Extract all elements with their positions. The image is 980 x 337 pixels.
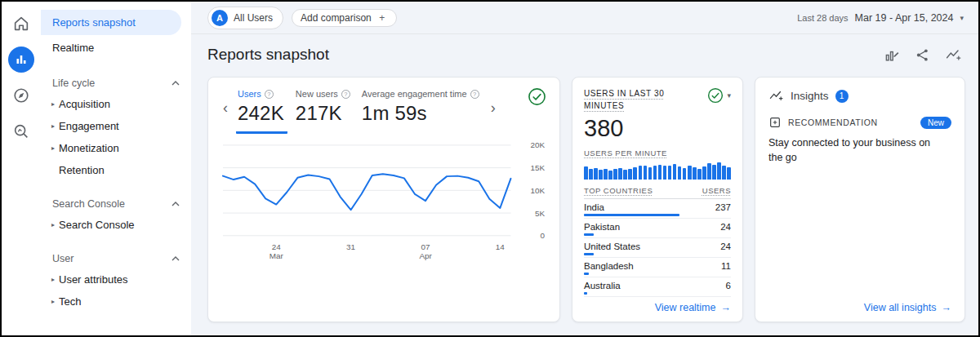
svg-text:15K: 15K bbox=[530, 163, 545, 172]
expand-arrow-icon: ▸ bbox=[47, 276, 59, 283]
view-all-insights-link[interactable]: View all insights → bbox=[864, 302, 951, 313]
date-range-picker[interactable]: Last 28 days Mar 19 - Apr 15, 2024 ▾ bbox=[797, 12, 964, 24]
svg-text:0: 0 bbox=[541, 231, 546, 240]
insights-header: Insights 1 bbox=[768, 89, 951, 103]
table-row[interactable]: Bangladesh 11 bbox=[584, 258, 731, 277]
country-bar-track bbox=[584, 253, 679, 255]
svg-text:Apr: Apr bbox=[419, 251, 432, 260]
svg-text:20K: 20K bbox=[530, 140, 545, 149]
metric-users[interactable]: Users ? 242K bbox=[236, 87, 287, 134]
sidebar: Reports snapshot Realtime Life cycle ▸ A… bbox=[41, 2, 191, 335]
per-minute-bar bbox=[584, 166, 588, 180]
table-header: TOP COUNTRIES USERS bbox=[584, 181, 731, 199]
section-header-life-cycle[interactable]: Life cycle bbox=[41, 73, 191, 93]
insights-icon bbox=[768, 89, 784, 103]
realtime-header: USERS IN LAST 30 MINUTES ▾ bbox=[584, 87, 731, 112]
page-header: Reports snapshot bbox=[191, 34, 978, 77]
view-realtime-link[interactable]: View realtime → bbox=[655, 302, 731, 313]
metrics-next-button[interactable]: › bbox=[489, 100, 497, 115]
data-quality-check-icon[interactable] bbox=[528, 87, 546, 106]
country-name: Bangladesh bbox=[584, 261, 634, 271]
customize-report-button[interactable] bbox=[884, 47, 900, 63]
table-row[interactable]: United States 24 bbox=[584, 238, 731, 258]
per-minute-bar bbox=[702, 166, 706, 180]
insights-count-badge: 1 bbox=[835, 90, 849, 103]
share-button[interactable] bbox=[915, 47, 930, 63]
audience-label: All Users bbox=[234, 12, 273, 24]
all-users-chip[interactable]: A All Users bbox=[207, 7, 283, 29]
sidebar-item-search-console[interactable]: ▸ Search Console bbox=[41, 214, 191, 236]
sidebar-item-monetization[interactable]: ▸ Monetization bbox=[41, 137, 191, 159]
per-minute-bar bbox=[683, 168, 687, 180]
cards-row: ‹ Users ? 242K New users ? 217K bbox=[191, 77, 978, 335]
share-icon bbox=[915, 47, 930, 63]
per-minute-bar bbox=[639, 166, 643, 180]
sidebar-item-retention[interactable]: Retention bbox=[41, 159, 191, 181]
per-minute-bar bbox=[722, 166, 726, 180]
nav-rail bbox=[2, 2, 41, 335]
country-name: United States bbox=[584, 242, 640, 251]
nav-explore-button[interactable] bbox=[2, 80, 41, 111]
help-icon[interactable]: ? bbox=[265, 90, 274, 99]
per-minute-bar bbox=[599, 170, 603, 180]
table-row[interactable]: Australia 6 bbox=[584, 277, 731, 297]
country-users: 11 bbox=[721, 261, 731, 271]
per-minute-bar bbox=[644, 166, 648, 180]
table-row[interactable]: Pakistan 24 bbox=[584, 219, 731, 238]
page-header-actions bbox=[884, 47, 962, 63]
realtime-status-dropdown[interactable]: ▾ bbox=[707, 87, 731, 104]
sidebar-item-tech[interactable]: ▸ Tech bbox=[41, 290, 191, 313]
per-minute-bar bbox=[628, 169, 632, 180]
sidebar-section-search-console: Search Console ▸ Search Console bbox=[41, 194, 191, 236]
metric-value: 242K bbox=[238, 102, 284, 125]
sidebar-item-engagement[interactable]: ▸ Engagement bbox=[41, 115, 191, 137]
sidebar-item-user-attributes[interactable]: ▸ User attributes bbox=[41, 268, 191, 290]
metrics-prev-button[interactable]: ‹ bbox=[221, 100, 229, 115]
section-title: User bbox=[52, 253, 74, 264]
nav-reports-button[interactable] bbox=[2, 44, 41, 75]
sidebar-item-label: Search Console bbox=[59, 219, 135, 231]
sidebar-item-reports-snapshot[interactable]: Reports snapshot bbox=[41, 10, 181, 35]
insights-sparkline-icon bbox=[945, 47, 962, 63]
insights-panel-button[interactable] bbox=[945, 47, 962, 63]
svg-text:5K: 5K bbox=[535, 209, 546, 218]
sidebar-item-label: Reports snapshot bbox=[52, 16, 136, 29]
caret-down-icon: ▾ bbox=[960, 14, 964, 22]
svg-text:10K: 10K bbox=[530, 186, 545, 195]
sidebar-item-realtime[interactable]: Realtime bbox=[41, 35, 191, 60]
country-bar bbox=[584, 292, 587, 295]
country-bar-track bbox=[584, 292, 679, 295]
expand-arrow-icon: ▸ bbox=[47, 100, 59, 108]
section-header-search-console[interactable]: Search Console bbox=[41, 194, 191, 214]
section-header-user[interactable]: User bbox=[41, 249, 191, 268]
arrow-right-icon: → bbox=[942, 302, 952, 313]
add-comparison-label: Add comparison bbox=[301, 12, 372, 24]
home-icon bbox=[12, 15, 30, 33]
recommendation-icon bbox=[768, 116, 782, 129]
country-name: India bbox=[584, 202, 604, 212]
table-row[interactable]: India 237 bbox=[584, 199, 731, 219]
per-minute-bar bbox=[623, 170, 627, 180]
per-minute-bar bbox=[618, 168, 622, 180]
country-bar-track bbox=[584, 214, 679, 216]
sidebar-item-acquisition[interactable]: ▸ Acquisition bbox=[41, 93, 191, 115]
section-title: Life cycle bbox=[52, 78, 95, 89]
realtime-card: USERS IN LAST 30 MINUTES ▾ 380 USERS PER… bbox=[572, 77, 743, 322]
nav-advertising-button[interactable] bbox=[2, 116, 41, 147]
per-minute-bar bbox=[594, 168, 598, 180]
add-comparison-chip[interactable]: Add comparison + bbox=[292, 9, 397, 27]
per-minute-bar bbox=[678, 166, 682, 180]
svg-text:Mar: Mar bbox=[270, 251, 284, 260]
insight-message[interactable]: Stay connected to your business on the g… bbox=[768, 135, 940, 165]
link-label: View realtime bbox=[655, 302, 716, 313]
sidebar-section-life-cycle: Life cycle ▸ Acquisition ▸ Engagement ▸ … bbox=[41, 73, 191, 181]
sidebar-item-label: Tech bbox=[59, 295, 81, 308]
help-icon[interactable]: ? bbox=[341, 90, 350, 99]
metrics-header: ‹ Users ? 242K New users ? 217K bbox=[221, 87, 546, 134]
sidebar-item-label: Engagement bbox=[59, 120, 119, 132]
nav-home-button[interactable] bbox=[2, 8, 41, 39]
per-minute-bar bbox=[697, 169, 702, 180]
metric-new-users[interactable]: New users ? 217K bbox=[294, 87, 354, 134]
help-icon[interactable]: ? bbox=[470, 90, 479, 99]
metric-avg-engagement-time[interactable]: Average engagement time ? 1m 59s bbox=[360, 87, 483, 134]
